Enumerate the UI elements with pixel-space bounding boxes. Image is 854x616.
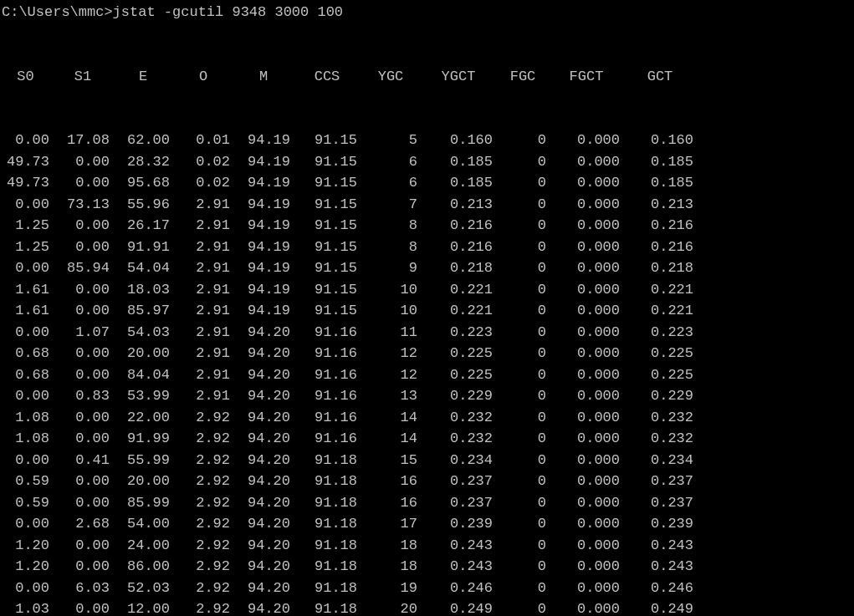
cell-o: 2.91 bbox=[176, 300, 237, 322]
cell-m: 94.20 bbox=[237, 535, 297, 557]
cell-s1: 0.00 bbox=[56, 492, 116, 514]
cell-gct: 0.229 bbox=[626, 385, 700, 407]
cell-fgct: 0.000 bbox=[553, 237, 626, 258]
cell-m: 94.20 bbox=[237, 450, 297, 471]
cell-gct: 0.239 bbox=[626, 513, 700, 535]
cell-fgct: 0.000 bbox=[553, 513, 626, 535]
cell-s1: 0.00 bbox=[56, 151, 116, 173]
cell-fgct: 0.000 bbox=[553, 130, 626, 151]
cell-ygc: 8 bbox=[364, 237, 424, 258]
cell-fgc: 0 bbox=[499, 237, 553, 258]
cell-gct: 0.221 bbox=[626, 279, 700, 301]
cell-o: 2.92 bbox=[176, 513, 237, 535]
table-row: 0.000.4155.992.9294.2091.18150.23400.000… bbox=[2, 450, 852, 471]
cell-gct: 0.221 bbox=[626, 300, 700, 322]
cell-s1: 0.00 bbox=[56, 598, 116, 616]
cell-m: 94.19 bbox=[237, 172, 297, 194]
cell-o: 2.91 bbox=[176, 194, 237, 216]
cell-ygc: 9 bbox=[364, 257, 424, 279]
cell-s1: 0.00 bbox=[56, 428, 116, 450]
cell-fgct: 0.000 bbox=[553, 364, 626, 386]
cell-ygct: 0.229 bbox=[424, 385, 499, 407]
cell-gct: 0.243 bbox=[626, 535, 700, 557]
cell-s0: 0.00 bbox=[2, 385, 56, 407]
cell-fgct: 0.000 bbox=[553, 578, 626, 599]
cell-ygc: 17 bbox=[364, 513, 424, 535]
cell-e: 20.00 bbox=[116, 343, 176, 364]
cell-s0: 1.03 bbox=[2, 598, 56, 616]
table-row: 0.680.0084.042.9194.2091.16120.22500.000… bbox=[2, 364, 852, 386]
table-row: 1.200.0086.002.9294.2091.18180.24300.000… bbox=[2, 556, 852, 578]
cell-s1: 17.08 bbox=[56, 130, 116, 151]
cell-gct: 0.225 bbox=[626, 343, 700, 364]
cell-gct: 0.225 bbox=[626, 364, 700, 386]
cell-e: 55.99 bbox=[116, 450, 176, 471]
header-o: O bbox=[176, 66, 237, 88]
cell-e: 22.00 bbox=[116, 407, 176, 429]
cell-ygct: 0.221 bbox=[424, 300, 499, 322]
table-row: 1.250.0091.912.9194.1991.1580.21600.0000… bbox=[2, 237, 852, 258]
table-row: 0.0073.1355.962.9194.1991.1570.21300.000… bbox=[2, 194, 852, 216]
cell-m: 94.19 bbox=[237, 194, 297, 216]
cell-o: 0.02 bbox=[176, 151, 237, 173]
cell-fgc: 0 bbox=[499, 322, 553, 344]
header-ygc: YGC bbox=[364, 66, 424, 88]
cell-gct: 0.185 bbox=[626, 172, 700, 194]
cell-m: 94.20 bbox=[237, 428, 297, 450]
cell-e: 85.99 bbox=[116, 492, 176, 514]
cell-ccs: 91.18 bbox=[297, 535, 364, 557]
cell-e: 26.17 bbox=[116, 215, 176, 237]
cell-s1: 85.94 bbox=[56, 257, 116, 279]
cell-e: 84.04 bbox=[116, 364, 176, 386]
cell-gct: 0.237 bbox=[626, 471, 700, 492]
cell-e: 91.91 bbox=[116, 237, 176, 258]
cell-ygc: 20 bbox=[364, 598, 424, 616]
cell-o: 2.92 bbox=[176, 578, 237, 599]
cell-fgct: 0.000 bbox=[553, 172, 626, 194]
cell-ygc: 15 bbox=[364, 450, 424, 471]
cell-ygc: 8 bbox=[364, 215, 424, 237]
cell-gct: 0.223 bbox=[626, 322, 700, 344]
cell-ygc: 14 bbox=[364, 407, 424, 429]
cell-ygc: 6 bbox=[364, 172, 424, 194]
table-row: 0.590.0020.002.9294.2091.18160.23700.000… bbox=[2, 471, 852, 492]
cell-ccs: 91.18 bbox=[297, 598, 364, 616]
cell-s0: 0.68 bbox=[2, 343, 56, 364]
cell-fgc: 0 bbox=[499, 556, 553, 578]
cell-fgc: 0 bbox=[499, 471, 553, 492]
table-row: 1.610.0018.032.9194.1991.15100.22100.000… bbox=[2, 279, 852, 301]
header-s0: S0 bbox=[2, 66, 56, 88]
cell-o: 2.91 bbox=[176, 215, 237, 237]
cell-ccs: 91.16 bbox=[297, 364, 364, 386]
cell-e: 53.99 bbox=[116, 385, 176, 407]
cell-fgc: 0 bbox=[499, 364, 553, 386]
cell-m: 94.19 bbox=[237, 130, 297, 151]
cell-s0: 0.00 bbox=[2, 513, 56, 535]
cell-gct: 0.160 bbox=[626, 130, 700, 151]
cell-fgct: 0.000 bbox=[553, 428, 626, 450]
cell-ygc: 12 bbox=[364, 364, 424, 386]
cell-fgc: 0 bbox=[499, 578, 553, 599]
cell-s1: 0.00 bbox=[56, 471, 116, 492]
cell-fgc: 0 bbox=[499, 535, 553, 557]
command-prompt: C:\Users\mmc>jstat -gcutil 9348 3000 100 bbox=[2, 2, 852, 23]
cell-s1: 0.00 bbox=[56, 364, 116, 386]
cell-ygct: 0.237 bbox=[424, 492, 499, 514]
cell-ccs: 91.18 bbox=[297, 513, 364, 535]
cell-o: 2.91 bbox=[176, 364, 237, 386]
cell-s0: 0.00 bbox=[2, 450, 56, 471]
cell-gct: 0.234 bbox=[626, 450, 700, 471]
cell-fgct: 0.000 bbox=[553, 279, 626, 301]
cell-o: 2.92 bbox=[176, 428, 237, 450]
cell-fgct: 0.000 bbox=[553, 385, 626, 407]
cell-s0: 49.73 bbox=[2, 172, 56, 194]
cell-o: 2.92 bbox=[176, 556, 237, 578]
table-row: 0.000.8353.992.9194.2091.16130.22900.000… bbox=[2, 385, 852, 407]
cell-ygc: 11 bbox=[364, 322, 424, 344]
cell-e: 54.03 bbox=[116, 322, 176, 344]
cell-s0: 0.00 bbox=[2, 322, 56, 344]
cell-ccs: 91.15 bbox=[297, 257, 364, 279]
cell-e: 85.97 bbox=[116, 300, 176, 322]
cell-gct: 0.243 bbox=[626, 556, 700, 578]
cell-ygct: 0.232 bbox=[424, 407, 499, 429]
